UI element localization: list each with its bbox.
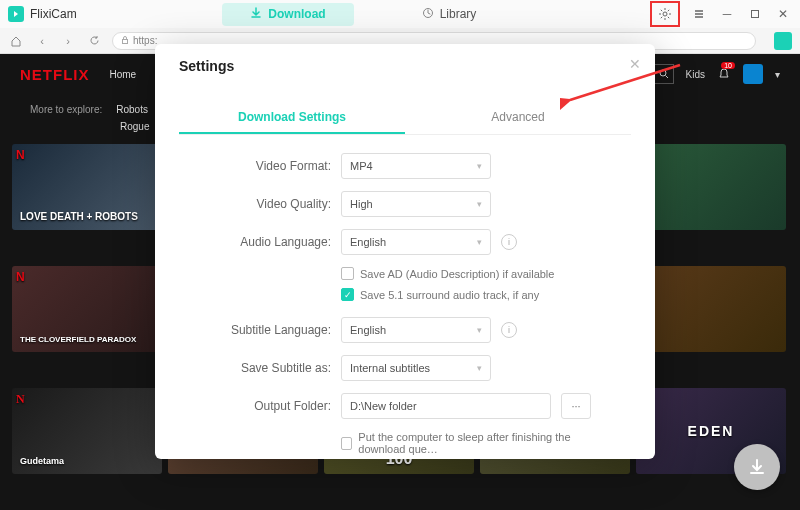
chevron-down-icon: ▾ [477, 363, 482, 373]
netflix-kids-link[interactable]: Kids [686, 69, 705, 80]
netflix-right: Kids 10 ▾ [654, 64, 780, 84]
hamburger-icon[interactable] [690, 5, 708, 23]
tile-gudetama[interactable]: Gudetama [12, 388, 162, 474]
tab-download[interactable]: Download [222, 3, 353, 26]
tab-download-settings[interactable]: Download Settings [179, 102, 405, 134]
sleep-checkbox[interactable] [341, 437, 352, 450]
row-video-quality: Video Quality: High ▾ [201, 191, 609, 217]
tile-item[interactable] [636, 266, 786, 352]
maximize-button[interactable] [746, 5, 764, 23]
forward-icon[interactable]: › [60, 33, 76, 49]
chevron-down-icon: ▾ [477, 161, 482, 171]
row-save-ad: Save AD (Audio Description) if available [341, 267, 609, 280]
close-icon[interactable]: ✕ [629, 56, 641, 72]
bell-icon[interactable]: 10 [717, 66, 731, 82]
explore-item[interactable]: Robots [116, 104, 148, 115]
home-icon[interactable] [8, 33, 24, 49]
subtitle-language-select[interactable]: English ▾ [341, 317, 491, 343]
titlebar-tabs: Download Library [77, 3, 650, 26]
svg-point-1 [663, 12, 667, 16]
speedup-icon[interactable] [774, 32, 792, 50]
save-subtitle-as-label: Save Subtitle as: [201, 361, 331, 375]
row-save-subtitle-as: Save Subtitle as: Internal subtitles ▾ [201, 355, 609, 381]
netflix-nav-home[interactable]: Home [110, 69, 137, 80]
explore-label: More to explore: [30, 104, 102, 115]
tile-item[interactable] [636, 144, 786, 230]
video-quality-label: Video Quality: [201, 197, 331, 211]
netflix-search-icon[interactable] [654, 64, 674, 84]
video-format-select[interactable]: MP4 ▾ [341, 153, 491, 179]
save-51-checkbox[interactable]: ✓ [341, 288, 354, 301]
save-51-label: Save 5.1 surround audio track, if any [360, 289, 539, 301]
subtitle-language-label: Subtitle Language: [201, 323, 331, 337]
dialog-title: Settings [179, 58, 631, 74]
browse-button[interactable]: ··· [561, 393, 591, 419]
gear-highlight-box [650, 1, 680, 27]
minimize-button[interactable]: ─ [718, 5, 736, 23]
tab-library-label: Library [440, 7, 477, 21]
chevron-down-icon: ▾ [477, 237, 482, 247]
svg-point-4 [660, 70, 666, 76]
close-button[interactable]: ✕ [774, 5, 792, 23]
url-text: https: [133, 35, 157, 46]
gear-icon[interactable] [656, 5, 674, 23]
window-controls: ─ ✕ [650, 1, 792, 27]
row-save-51: ✓ Save 5.1 surround audio track, if any [341, 288, 609, 301]
output-folder-label: Output Folder: [201, 399, 331, 413]
download-icon [250, 7, 262, 22]
back-icon[interactable]: ‹ [34, 33, 50, 49]
avatar[interactable] [743, 64, 763, 84]
netflix-logo[interactable]: NETFLIX [20, 66, 90, 83]
info-icon[interactable]: i [501, 234, 517, 250]
app-name: FlixiCam [30, 7, 77, 21]
settings-tabs: Download Settings Advanced [179, 102, 631, 135]
row-output-folder: Output Folder: D:\New folder ··· [201, 393, 609, 419]
tile-love-death-robots[interactable]: LOVE DEATH + ROBOTS [12, 144, 162, 230]
output-folder-input[interactable]: D:\New folder [341, 393, 551, 419]
save-subtitle-as-select[interactable]: Internal subtitles ▾ [341, 355, 491, 381]
download-fab[interactable] [734, 444, 780, 490]
reload-icon[interactable] [86, 33, 102, 49]
tab-download-label: Download [268, 7, 325, 21]
row-sleep: Put the computer to sleep after finishin… [341, 431, 609, 455]
audio-language-label: Audio Language: [201, 235, 331, 249]
settings-dialog: Settings ✕ Download Settings Advanced Vi… [155, 44, 655, 459]
explore-item[interactable]: Rogue [120, 121, 149, 132]
tile-cloverfield[interactable]: THE CLOVERFIELD PARADOX [12, 266, 162, 352]
sleep-label: Put the computer to sleep after finishin… [358, 431, 609, 455]
row-video-format: Video Format: MP4 ▾ [201, 153, 609, 179]
svg-rect-3 [123, 40, 128, 44]
tab-library[interactable]: Library [394, 3, 505, 26]
notification-badge: 10 [721, 62, 735, 69]
chevron-down-icon: ▾ [477, 325, 482, 335]
app-logo-icon [8, 6, 24, 22]
info-icon[interactable]: i [501, 322, 517, 338]
svg-rect-2 [752, 11, 759, 18]
row-subtitle-language: Subtitle Language: English ▾ i [201, 317, 609, 343]
video-quality-select[interactable]: High ▾ [341, 191, 491, 217]
settings-form: Video Format: MP4 ▾ Video Quality: High … [179, 135, 631, 455]
tab-advanced[interactable]: Advanced [405, 102, 631, 134]
chevron-down-icon[interactable]: ▾ [775, 69, 780, 80]
clock-icon [422, 7, 434, 22]
titlebar: FlixiCam Download Library ─ ✕ [0, 0, 800, 28]
video-format-label: Video Format: [201, 159, 331, 173]
save-ad-label: Save AD (Audio Description) if available [360, 268, 554, 280]
row-audio-language: Audio Language: English ▾ i [201, 229, 609, 255]
lock-icon [121, 35, 129, 46]
save-ad-checkbox[interactable] [341, 267, 354, 280]
chevron-down-icon: ▾ [477, 199, 482, 209]
audio-language-select[interactable]: English ▾ [341, 229, 491, 255]
